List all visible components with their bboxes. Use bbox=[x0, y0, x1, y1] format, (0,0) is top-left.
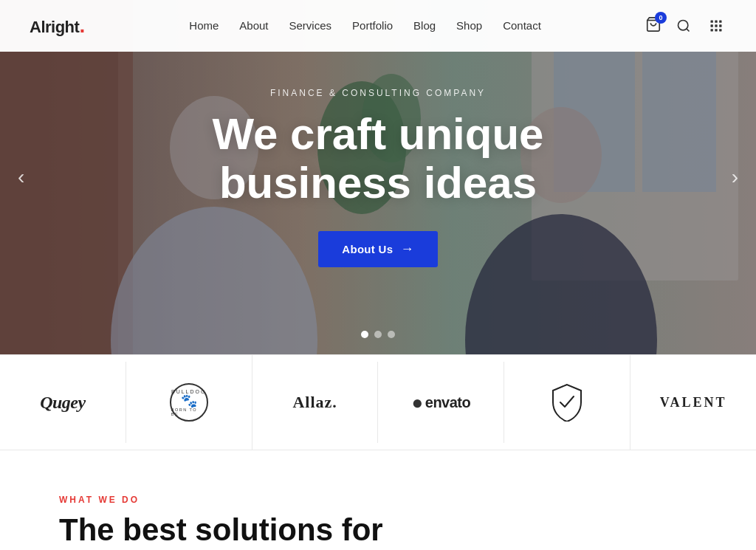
svg-rect-11 bbox=[719, 29, 721, 31]
brand-bulldog-logo: BULLDOG 🐾 BORN TO BE bbox=[170, 383, 208, 422]
svg-rect-3 bbox=[710, 21, 712, 23]
logo-dot: . bbox=[79, 16, 85, 36]
svg-rect-5 bbox=[719, 21, 721, 23]
slider-dot-3[interactable] bbox=[388, 331, 395, 338]
brand-qugey-logo: Qugey bbox=[40, 393, 85, 413]
svg-point-1 bbox=[678, 21, 687, 30]
brand-shield bbox=[504, 355, 630, 450]
search-button[interactable] bbox=[673, 16, 694, 36]
hero-arrow-icon: → bbox=[400, 241, 413, 257]
hero-cta-label: About Us bbox=[342, 243, 393, 255]
grid-menu-button[interactable] bbox=[706, 16, 726, 36]
grid-icon bbox=[709, 18, 724, 33]
hero-title-line1: We craft unique bbox=[213, 109, 544, 159]
hero-title-line2: business ideas bbox=[219, 158, 537, 207]
hero-cta-button[interactable]: About Us → bbox=[318, 231, 437, 267]
nav-item-home[interactable]: Home bbox=[189, 19, 219, 32]
hero-content: Finance & Consulting Company We craft un… bbox=[0, 0, 756, 354]
slider-prev-button[interactable]: ‹ bbox=[7, 159, 35, 195]
what-we-do-section: What We Do The best solutions for bbox=[0, 450, 756, 550]
slider-dot-2[interactable] bbox=[374, 331, 382, 338]
hero-subtitle: Finance & Consulting Company bbox=[270, 88, 486, 98]
svg-rect-7 bbox=[715, 24, 717, 27]
cart-badge: 0 bbox=[655, 12, 667, 24]
brand-qugey: Qugey bbox=[0, 362, 126, 443]
brand-envato: ●envato bbox=[378, 362, 504, 443]
navbar: Alright . Home About Services Portfolio … bbox=[0, 0, 756, 52]
section-what-label: What We Do bbox=[59, 495, 697, 505]
brands-strip: Qugey BULLDOG 🐾 BORN TO BE Allaz. ●envat… bbox=[0, 354, 756, 450]
envato-dot-icon: ● bbox=[412, 395, 423, 410]
brand-shield-logo bbox=[550, 383, 584, 422]
brand-allaz: Allaz. bbox=[252, 362, 379, 443]
logo-text: Alright bbox=[30, 18, 79, 37]
nav-item-blog[interactable]: Blog bbox=[413, 19, 436, 32]
brand-allaz-logo: Allaz. bbox=[292, 393, 337, 412]
slider-next-button[interactable]: › bbox=[721, 159, 749, 195]
brand-valent-logo: VALENT bbox=[660, 395, 727, 410]
nav-item-shop[interactable]: Shop bbox=[456, 19, 482, 32]
svg-line-2 bbox=[687, 29, 690, 32]
svg-rect-10 bbox=[715, 29, 717, 31]
svg-rect-6 bbox=[710, 24, 712, 27]
bulldog-text-bottom: BORN TO BE bbox=[171, 408, 207, 416]
brand-envato-logo: ●envato bbox=[412, 394, 471, 411]
hero-title: We craft unique business ideas bbox=[213, 110, 544, 207]
brand-bulldog: BULLDOG 🐾 BORN TO BE bbox=[126, 355, 252, 450]
nav-item-services[interactable]: Services bbox=[289, 19, 332, 32]
bulldog-face-icon: 🐾 bbox=[181, 394, 197, 408]
search-icon bbox=[676, 18, 691, 33]
navbar-actions: 0 bbox=[645, 16, 726, 36]
main-nav: Home About Services Portfolio Blog Shop … bbox=[189, 19, 541, 32]
brand-valent: VALENT bbox=[630, 362, 756, 443]
nav-item-portfolio[interactable]: Portfolio bbox=[352, 19, 393, 32]
cart-button[interactable]: 0 bbox=[645, 16, 662, 35]
svg-rect-9 bbox=[710, 29, 712, 31]
hero-section: ‹ › Finance & Consulting Company We craf… bbox=[0, 0, 756, 354]
section-what-title: The best solutions for bbox=[59, 512, 697, 548]
slider-dots bbox=[361, 331, 395, 338]
nav-item-contact[interactable]: Contact bbox=[503, 19, 541, 32]
nav-item-about[interactable]: About bbox=[239, 19, 268, 32]
svg-rect-8 bbox=[719, 24, 721, 27]
svg-rect-4 bbox=[715, 21, 717, 23]
logo[interactable]: Alright . bbox=[30, 16, 85, 37]
slider-dot-1[interactable] bbox=[361, 331, 368, 338]
